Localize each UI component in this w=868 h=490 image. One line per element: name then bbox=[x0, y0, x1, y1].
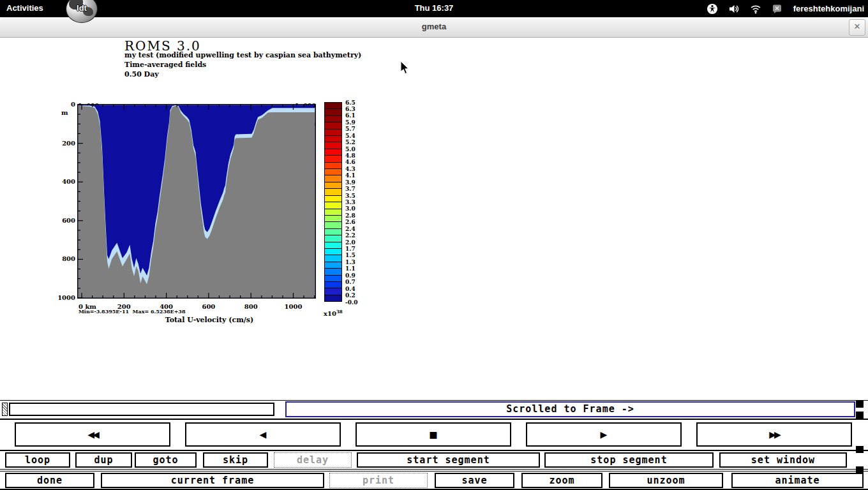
y-tick-label: 400 bbox=[55, 178, 75, 185]
panel-divider bbox=[0, 419, 868, 420]
colorbar-segment bbox=[325, 122, 341, 129]
step-forward-button[interactable]: ▶ bbox=[526, 422, 682, 447]
colorbar-label: 5.4 bbox=[345, 133, 355, 139]
colorbar-segment bbox=[325, 175, 341, 182]
current-frame-button[interactable]: current frame bbox=[101, 473, 324, 488]
goto-button[interactable]: goto bbox=[135, 452, 197, 468]
fast-forward-button[interactable]: ▶▶ bbox=[696, 422, 852, 447]
colorbar-label: 2.8 bbox=[345, 212, 355, 219]
colorbar-label: 5.9 bbox=[345, 119, 355, 126]
y-tick-label: 800 bbox=[55, 255, 75, 262]
colorbar-label: 6.5 bbox=[345, 100, 355, 106]
done-button[interactable]: done bbox=[5, 473, 94, 488]
pane-sash-handle[interactable] bbox=[856, 412, 864, 419]
colorbar-segment bbox=[325, 222, 341, 228]
colorbar-segment bbox=[325, 295, 341, 301]
wifi-icon[interactable] bbox=[750, 3, 761, 15]
colorbar-segment bbox=[325, 209, 341, 216]
colorbar-segment bbox=[325, 169, 341, 175]
colorbar-label: 4.8 bbox=[345, 152, 355, 159]
frame-scrollbar-trough[interactable] bbox=[9, 403, 274, 416]
colorbar-segment bbox=[325, 163, 341, 169]
colorbar-segment bbox=[325, 255, 341, 262]
colorbar-label: 1.1 bbox=[345, 265, 355, 272]
pane-sash-handle[interactable] bbox=[856, 401, 864, 408]
dup-button[interactable]: dup bbox=[75, 452, 132, 468]
animate-button[interactable]: animate bbox=[731, 473, 864, 488]
skip-button[interactable]: skip bbox=[203, 452, 268, 468]
colorbar-label: 2.6 bbox=[345, 219, 355, 225]
exponent-power: 38 bbox=[336, 309, 343, 315]
colorbar-segment bbox=[325, 142, 341, 149]
colorbar-segment bbox=[325, 116, 341, 122]
mini-scrollbar[interactable] bbox=[2, 403, 8, 416]
colorbar-label: 4.6 bbox=[345, 159, 355, 165]
volume-icon[interactable] bbox=[728, 3, 740, 15]
colorbar-label: 2.0 bbox=[345, 239, 355, 246]
y-axis-unit: m bbox=[61, 109, 68, 116]
colorbar-label: 0.9 bbox=[345, 272, 355, 279]
unzoom-button[interactable]: unzoom bbox=[609, 473, 723, 488]
colorbar-exponent: x1038 bbox=[324, 309, 343, 317]
colorbar-segment bbox=[325, 182, 341, 189]
set-window-button[interactable]: set window bbox=[719, 452, 847, 468]
colorbar-segment bbox=[325, 229, 341, 235]
accessibility-icon[interactable] bbox=[707, 3, 718, 15]
colorbar-label: 4.1 bbox=[345, 172, 355, 179]
window-titlebar: gmeta ✕ bbox=[0, 17, 868, 38]
stop-segment-button[interactable]: stop segment bbox=[544, 452, 714, 468]
colorbar-segment bbox=[325, 103, 341, 109]
colorbar-label: 1.5 bbox=[345, 252, 355, 258]
colorbar-label: 5.2 bbox=[345, 139, 355, 145]
idt-icon-label: Idt bbox=[66, 3, 97, 13]
colorbar-labels: 6.56.36.15.95.75.45.25.04.84.64.34.13.93… bbox=[345, 102, 364, 302]
x-tick-label: 600 bbox=[198, 303, 220, 310]
panel-divider bbox=[0, 400, 868, 401]
panel-divider bbox=[0, 450, 868, 451]
username-menu[interactable]: fereshtehkomijani bbox=[793, 4, 864, 13]
colorbar-label: 0.7 bbox=[345, 279, 355, 285]
panel-divider bbox=[0, 471, 868, 471]
x-tick-label: 1000 bbox=[283, 303, 304, 310]
messaging-icon[interactable] bbox=[772, 3, 783, 15]
colorbar-segment bbox=[325, 149, 341, 156]
colorbar-segment bbox=[325, 276, 341, 282]
colorbar-segment bbox=[325, 196, 341, 202]
zoom-button[interactable]: zoom bbox=[521, 473, 602, 488]
x-tick-label: 800 bbox=[240, 303, 262, 310]
loop-button[interactable]: loop bbox=[5, 452, 70, 468]
step-back-button[interactable]: ◀ bbox=[185, 422, 341, 447]
colorbar-label: 0.2 bbox=[345, 292, 355, 299]
save-button[interactable]: save bbox=[435, 473, 514, 488]
panel-divider bbox=[0, 469, 868, 470]
status-tray: fereshtehkomijani bbox=[707, 0, 864, 17]
top-bar: Activities Thu 16:37 fereshtehkomijani bbox=[0, 0, 868, 17]
colorbar-segment bbox=[325, 269, 341, 275]
delay-button: delay bbox=[274, 452, 352, 468]
colorbar-label: 3.5 bbox=[345, 193, 355, 199]
print-button: print bbox=[329, 473, 428, 488]
bathymetry-section-plot bbox=[77, 104, 316, 299]
y-tick-label: 1000 bbox=[55, 294, 75, 301]
plot-time-label: 0.50 Day bbox=[124, 70, 159, 78]
window-title: gmeta bbox=[0, 22, 868, 31]
colorbar-segment bbox=[325, 288, 341, 295]
start-segment-button[interactable]: start segment bbox=[357, 452, 540, 468]
colorbar-segment bbox=[325, 249, 341, 255]
colorbar-label: 3.9 bbox=[345, 179, 355, 186]
colorbar-label: -0.0 bbox=[345, 299, 357, 306]
y-axis-labels: 02004006008001000 bbox=[55, 104, 75, 299]
colorbar-segment bbox=[325, 109, 341, 115]
colorbar-label: 6.3 bbox=[345, 106, 355, 112]
colorbar-segment bbox=[325, 189, 341, 195]
colorbar-label: 2.4 bbox=[345, 226, 355, 232]
colorbar-label: 6.1 bbox=[345, 112, 355, 119]
window-close-button[interactable]: ✕ bbox=[849, 19, 865, 36]
stop-button[interactable]: ■ bbox=[355, 422, 511, 447]
colorbar-segment bbox=[325, 136, 341, 142]
exponent-base: x10 bbox=[324, 310, 336, 317]
colorbar-label: 0.4 bbox=[345, 286, 355, 292]
x-axis-title: Total U-velocity (cm/s) bbox=[152, 316, 267, 324]
rewind-button[interactable]: ◀◀ bbox=[15, 422, 170, 447]
minmax-label: Min=-3.8395E-11 Max= 6.5238E+38 bbox=[79, 308, 185, 315]
